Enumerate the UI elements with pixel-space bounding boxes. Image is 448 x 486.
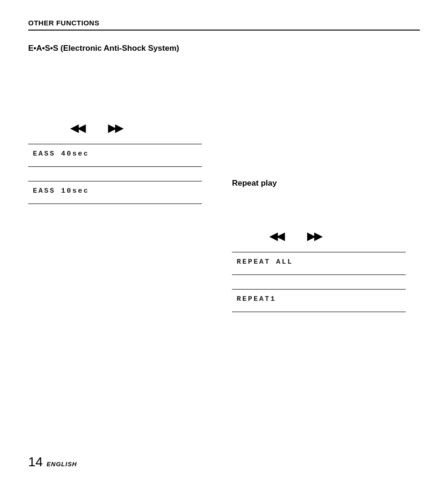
page-number: 14 xyxy=(28,455,43,470)
left-next-icon: ▶▶ xyxy=(108,122,122,134)
right-next-icon: ▶▶ xyxy=(307,230,321,243)
page: OTHER FUNCTIONS E•A•S•S (Electronic Anti… xyxy=(0,0,448,486)
repeat-lcd-2: REPEAT1 xyxy=(232,289,406,308)
eass-lcd-2-bottom xyxy=(28,200,202,204)
repeat-play-panel: Repeat play ◀◀ ▶▶ REPEAT ALL REPEAT1 xyxy=(232,179,420,326)
page-footer: 14 ENGLISH xyxy=(28,455,77,470)
eass-section-title: E•A•S•S (Electronic Anti-Shock System) xyxy=(28,44,420,53)
left-prev-icon: ◀◀ xyxy=(70,122,85,134)
eass-lcd-1-bottom xyxy=(28,163,202,167)
left-transport-icons: ◀◀ ▶▶ xyxy=(70,122,216,134)
repeat-lcd-text-1: REPEAT ALL xyxy=(237,258,293,266)
eass-display-panel: ◀◀ ▶▶ EASS 40sec EASS 10sec xyxy=(28,122,216,218)
eass-lcd-text-1: EASS 40sec xyxy=(33,150,89,158)
repeat-play-title: Repeat play xyxy=(232,179,420,188)
eass-lcd-text-2: EASS 10sec xyxy=(33,187,89,195)
right-transport-icons: ◀◀ ▶▶ xyxy=(270,230,420,243)
eass-lcd-2: EASS 10sec xyxy=(28,181,202,200)
eass-lcd-1: EASS 40sec xyxy=(28,144,202,163)
repeat-lcd-1-bottom xyxy=(232,271,406,275)
repeat-lcd-2-bottom xyxy=(232,308,406,312)
section-title: OTHER FUNCTIONS xyxy=(28,19,420,27)
right-prev-icon: ◀◀ xyxy=(270,230,284,243)
repeat-lcd-1: REPEAT ALL xyxy=(232,252,406,271)
header-rule xyxy=(28,30,420,31)
page-language: ENGLISH xyxy=(46,461,77,468)
repeat-lcd-text-2: REPEAT1 xyxy=(237,295,276,303)
